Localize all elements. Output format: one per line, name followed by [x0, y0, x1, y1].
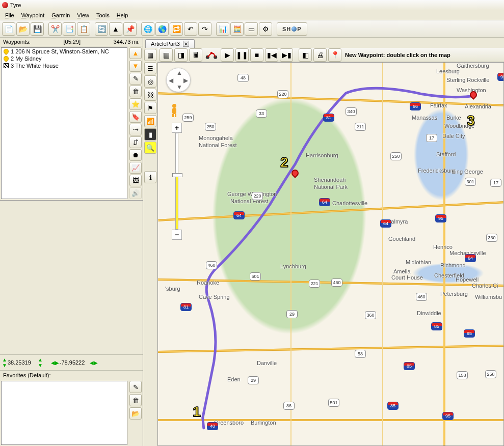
zoom-thumb[interactable] — [172, 173, 182, 177]
zoom-fill — [176, 173, 178, 229]
waypoint-item[interactable]: 1 206 N Spruce St, Winston-Salem, NC — [2, 48, 127, 55]
route-shield: 64 — [465, 254, 476, 262]
pin-button[interactable]: 📌 — [123, 22, 137, 36]
copy-button[interactable]: 📑 — [63, 22, 76, 36]
lon-spinner[interactable]: ◀▶ ◀▶ — [51, 359, 98, 366]
table-button[interactable]: 📊 — [216, 22, 229, 36]
waypoint-label: 3 The White House — [11, 63, 59, 69]
window-button[interactable]: ▭ — [245, 22, 258, 36]
lon-input[interactable] — [60, 359, 89, 366]
globe-icon — [291, 26, 297, 32]
waypoint-item[interactable]: 3 The White House — [2, 62, 127, 69]
pause-button[interactable]: ❚❚ — [235, 48, 249, 62]
map-view2-button[interactable]: ◨ — [174, 48, 188, 62]
pin-icon — [3, 48, 10, 55]
menu-garmin[interactable]: Garmin — [48, 12, 73, 19]
fav-edit-button[interactable]: ✎ — [129, 381, 142, 393]
flag-button[interactable]: ▲ — [109, 22, 122, 36]
play-button[interactable]: ▶ — [221, 48, 234, 62]
calc-button[interactable]: 🧮 — [230, 22, 244, 36]
menu-file[interactable]: File — [2, 12, 17, 19]
redo-button[interactable]: ↷ — [198, 22, 211, 36]
map-view1-button[interactable]: ▦ — [160, 48, 173, 62]
undo-button[interactable]: ↶ — [184, 22, 197, 36]
tag-button[interactable]: 🔖 — [129, 111, 142, 123]
move-down-button[interactable]: ▼ — [129, 60, 142, 72]
star-button[interactable]: ⭐ — [129, 98, 142, 110]
move-up-button[interactable]: ▲ — [129, 47, 142, 59]
expand-button[interactable]: ⇵ — [129, 136, 142, 148]
map-target-button[interactable]: ◎ — [144, 75, 156, 88]
city-label: Cave Spring — [199, 294, 230, 300]
route-shield: 48 — [237, 74, 249, 82]
photo-button[interactable]: 🖼 — [129, 175, 142, 186]
refresh-button[interactable]: 🔄 — [95, 22, 108, 36]
map-canvas[interactable]: ▲ ▼ ◀ ▶ + − — [157, 62, 504, 446]
pan-control[interactable]: ▲ ▼ ◀ ▶ — [166, 68, 191, 92]
map-wifi-button[interactable]: 📶 — [144, 115, 156, 127]
zoom-out-button[interactable]: − — [172, 230, 182, 240]
city-label: Shenandoah — [314, 177, 346, 183]
route-button[interactable]: ⤳ — [129, 124, 142, 135]
menu-tools[interactable]: Tools — [93, 12, 113, 19]
tab-close-button[interactable]: ✕ — [183, 41, 189, 47]
zoom-track[interactable] — [175, 133, 178, 230]
route-shield: 85 — [404, 362, 415, 370]
delete-button[interactable]: 🗑 — [129, 86, 142, 97]
waypoint-item[interactable]: 2 My Sidney — [2, 55, 127, 62]
open-file-button[interactable]: 📂 — [16, 22, 30, 36]
city-label: 'sburg — [165, 286, 180, 292]
pan-up-icon[interactable]: ▲ — [176, 69, 182, 76]
settings-button[interactable]: ⚙ — [259, 22, 272, 36]
route-shield: 95 — [497, 73, 504, 81]
lat-input[interactable] — [8, 359, 37, 366]
map-road-button[interactable]: ▮ — [144, 128, 156, 141]
pan-down-icon[interactable]: ▼ — [176, 83, 182, 91]
zoom-in-button[interactable]: + — [172, 123, 182, 133]
sync-button[interactable]: 🔁 — [170, 22, 183, 36]
marker-button[interactable]: 📍 — [328, 48, 341, 62]
flag-icon — [4, 63, 9, 68]
record-button[interactable]: ⏺ — [129, 149, 142, 161]
waypoint-header: Waypoints: [05:29] 344.73 mi. — [0, 38, 143, 46]
zoom-control[interactable]: + − — [171, 123, 182, 240]
favorites-list[interactable] — [1, 381, 127, 445]
map-grid-button[interactable]: ▦ — [144, 49, 156, 61]
menu-help[interactable]: Help — [114, 12, 131, 19]
paste-button[interactable]: 📋 — [77, 22, 90, 36]
save-file-button[interactable]: 💾 — [31, 22, 44, 36]
print-button[interactable]: 🖨 — [313, 48, 327, 62]
map-track-button[interactable]: ⛓ — [144, 89, 156, 101]
map-search-button[interactable]: 🔍 — [144, 142, 156, 154]
map-info-button[interactable]: ℹ — [144, 171, 156, 183]
prev-button[interactable]: ▮◀ — [265, 48, 278, 62]
cut-button[interactable]: ✂️ — [48, 22, 62, 36]
menu-waypoint[interactable]: Waypoint — [18, 12, 47, 19]
map-layers-button[interactable]: ☰ — [144, 62, 156, 74]
main-toolbar: 📄 📂 💾 ✂️ 📑 📋 🔄 ▲ 📌 🌐 🌎 🔁 ↶ ↷ 📊 🧮 ▭ ⚙ SHP — [0, 20, 504, 38]
new-file-button[interactable]: 📄 — [2, 22, 15, 36]
chart-button[interactable]: 📈 — [129, 162, 142, 174]
lat-spinner[interactable]: ▲▼ ▲▼ — [2, 357, 43, 368]
menu-view[interactable]: View — [74, 12, 92, 19]
pan-right-icon[interactable]: ▶ — [183, 77, 188, 84]
pan-left-icon[interactable]: ◀ — [169, 77, 173, 84]
waypoint-list[interactable]: 1 206 N Spruce St, Winston-Salem, NC2 My… — [1, 47, 127, 199]
earth-button[interactable]: 🌎 — [155, 22, 169, 36]
city-label: Sterling Rockville — [446, 77, 489, 83]
map-poi-button[interactable]: ⚑ — [144, 102, 156, 114]
shop-button[interactable]: SHP — [277, 22, 307, 36]
eraser-button[interactable]: ◧ — [299, 48, 312, 62]
stop-button[interactable]: ■ — [250, 48, 263, 62]
map-calc-button[interactable]: 🖩 — [189, 48, 202, 62]
pegman-icon[interactable] — [169, 103, 179, 118]
city-label: Stafford — [436, 151, 456, 157]
next-button[interactable]: ▶▮ — [280, 48, 293, 62]
pin-icon — [3, 55, 10, 62]
web-button[interactable]: 🌐 — [141, 22, 154, 36]
fav-delete-button[interactable]: 🗑 — [129, 394, 142, 406]
svg-rect-5 — [172, 114, 174, 117]
tab-articlepart3[interactable]: ArticlePart3 ✕ — [145, 39, 195, 48]
fav-open-button[interactable]: 📂 — [129, 407, 142, 420]
edit-button[interactable]: ✎ — [129, 73, 142, 85]
